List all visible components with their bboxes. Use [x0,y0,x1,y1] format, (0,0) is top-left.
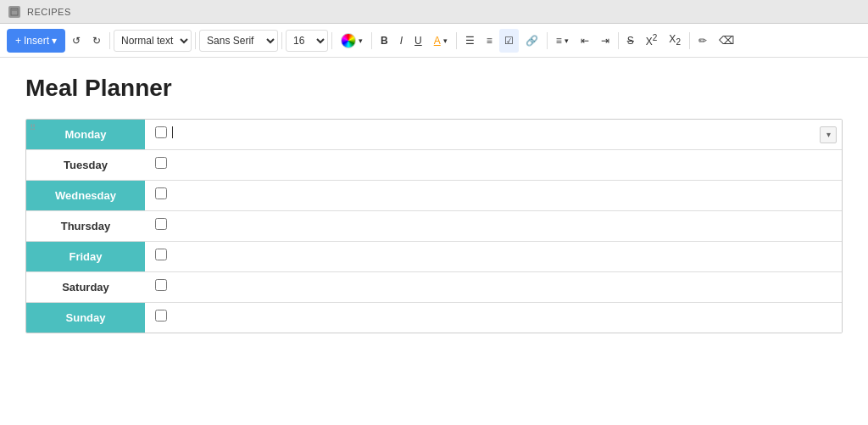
table-row: Wednesday [26,181,842,211]
strikethrough-icon: S [627,35,634,47]
indent-increase-icon: ⇥ [601,35,609,47]
content-cell-thursday[interactable] [145,211,842,242]
color-chevron-icon: ▾ [359,36,363,45]
divider-8 [618,32,619,49]
day-cell-monday: Monday [26,120,145,150]
italic-button[interactable]: I [395,29,408,53]
indent-decrease-button[interactable]: ⇤ [576,29,594,53]
checklist-button[interactable]: ☑ [499,29,519,53]
table-row: Friday [26,242,842,272]
title-bar-label: RECIPES [27,7,71,17]
day-cell-tuesday: Tuesday [26,150,145,181]
meal-checkbox-tuesday[interactable] [155,157,167,169]
bullet-list-icon: ☰ [465,35,475,47]
toolbar: + Insert ▾ ↺ ↻ Normal text Heading 1 Hea… [0,24,868,58]
paint-format-button[interactable]: ✏ [693,29,712,53]
indent-increase-button[interactable]: ⇥ [596,29,615,53]
divider-7 [547,32,548,49]
checkbox-item [155,126,832,138]
link-button[interactable]: 🔗 [520,29,543,53]
subscript-icon: X2 [669,33,681,47]
highlight-button[interactable]: A ▾ [429,29,453,53]
svg-rect-0 [11,8,18,15]
checkbox-item [155,310,832,322]
checkbox-item [155,249,832,260]
bold-button[interactable]: B [376,29,393,53]
font-select[interactable]: Sans Serif Serif Monospace [199,30,278,52]
numbered-list-icon: ≡ [487,35,492,47]
day-cell-saturday: Saturday [26,272,145,303]
meal-table-wrapper: ⠿ Monday▾TuesdayWednesdayThursdayFridayS… [25,119,843,333]
numbered-list-button[interactable]: ≡ [481,29,498,53]
table-row: Thursday [26,211,842,242]
undo-button[interactable]: ↺ [67,29,86,53]
table-row: Monday▾ [26,120,842,150]
paint-format-icon: ✏ [698,35,707,47]
meal-checkbox-monday[interactable] [155,126,167,138]
table-row: Tuesday [26,150,842,181]
redo-button[interactable]: ↻ [87,29,106,53]
divider-2 [195,32,196,49]
table-drag-handle[interactable]: ⠿ [30,123,36,132]
insert-chevron-icon: ▾ [52,35,57,47]
checkbox-item [155,218,832,230]
align-chevron-icon: ▾ [565,36,569,45]
app-icon [8,6,20,18]
highlight-icon: A [434,35,441,47]
day-cell-thursday: Thursday [26,211,145,242]
divider-3 [281,32,282,49]
align-icon: ≡ [556,35,562,47]
meal-checkbox-wednesday[interactable] [155,187,167,199]
checkbox-item [155,187,832,199]
clear-format-button[interactable]: ⌫ [714,29,739,53]
day-cell-friday: Friday [26,242,145,272]
clear-format-icon: ⌫ [719,34,734,47]
day-cell-wednesday: Wednesday [26,181,145,211]
insert-plus-icon: + [15,35,21,47]
redo-icon: ↻ [92,35,101,47]
link-icon: 🔗 [526,35,538,47]
divider-4 [331,32,332,49]
text-style-select[interactable]: Normal text Heading 1 Heading 2 [114,30,192,52]
superscript-button[interactable]: X2 [641,29,663,53]
divider-1 [109,32,110,49]
undo-icon: ↺ [72,35,81,47]
content-cell-saturday[interactable] [145,272,842,303]
table-row: Sunday [26,303,842,333]
main-content: Meal Planner ⠿ Monday▾TuesdayWednesdayTh… [0,58,868,425]
checkbox-item [155,279,832,291]
divider-6 [456,32,457,49]
color-circle-icon [341,33,356,48]
page-title: Meal Planner [25,75,843,102]
text-cursor [172,126,173,138]
strikethrough-button[interactable]: S [622,29,639,53]
content-cell-monday[interactable]: ▾ [145,120,842,150]
text-color-button[interactable]: ▾ [336,29,368,53]
meal-table: Monday▾TuesdayWednesdayThursdayFridaySat… [26,120,842,333]
title-bar: RECIPES [0,0,868,24]
superscript-icon: X2 [646,33,658,48]
insert-button[interactable]: + Insert ▾ [7,29,65,53]
indent-decrease-icon: ⇤ [581,35,589,47]
meal-checkbox-thursday[interactable] [155,218,167,230]
content-cell-sunday[interactable] [145,303,842,333]
subscript-button[interactable]: X2 [664,29,686,53]
checklist-icon: ☑ [504,35,514,47]
content-cell-tuesday[interactable] [145,150,842,181]
checkbox-item [155,157,832,169]
content-cell-friday[interactable] [145,242,842,272]
meal-checkbox-friday[interactable] [155,249,167,260]
day-cell-sunday: Sunday [26,303,145,333]
align-button[interactable]: ≡ ▾ [551,29,574,53]
underline-button[interactable]: U [409,29,427,53]
meal-checkbox-saturday[interactable] [155,279,167,291]
bullet-list-button[interactable]: ☰ [460,29,480,53]
meal-checkbox-sunday[interactable] [155,310,167,322]
highlight-chevron-icon: ▾ [443,36,448,45]
divider-5 [371,32,372,49]
content-cell-wednesday[interactable] [145,181,842,211]
font-size-select[interactable]: 16 12 14 18 24 [286,30,328,52]
divider-9 [689,32,690,49]
expand-row-button[interactable]: ▾ [820,126,837,143]
table-row: Saturday [26,272,842,303]
